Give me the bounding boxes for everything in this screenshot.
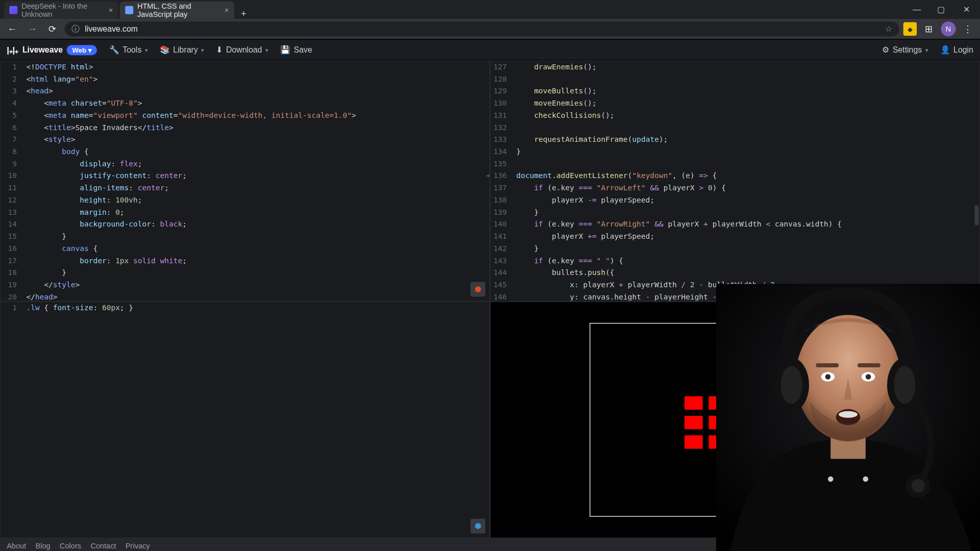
code-line[interactable]: 8 body { — [1, 146, 489, 158]
tools-button[interactable]: 🔧 Tools ▾ — [109, 45, 148, 54]
tab-title: HTML, CSS and JavaScript play — [137, 2, 216, 18]
profile-avatar[interactable]: N — [941, 21, 956, 36]
site-info-icon[interactable]: ⓘ — [71, 23, 80, 34]
code-line[interactable]: 130 moveEnemies(); — [491, 97, 979, 110]
css-editor-pane[interactable]: 1.lw { font-size: 60px; }⬢ — [0, 302, 490, 538]
code-line[interactable]: 15 } — [1, 231, 489, 243]
code-line[interactable]: 11 align-items: center; — [1, 182, 489, 194]
reload-button[interactable]: ⟳ — [44, 23, 61, 34]
code-line[interactable]: 1<!DOCTYPE html> — [1, 61, 489, 73]
footer-link-about[interactable]: About — [7, 542, 26, 550]
line-number: 138 — [491, 194, 512, 207]
line-number: 129 — [491, 85, 512, 97]
tab-liveweave[interactable]: HTML, CSS and JavaScript play × — [120, 2, 234, 19]
code-line[interactable]: 4 <meta charset="UTF-8"> — [1, 97, 489, 110]
close-icon[interactable]: × — [109, 6, 113, 14]
line-number: 143 — [491, 255, 512, 267]
chevron-down-icon: ▾ — [88, 46, 92, 54]
code-line[interactable]: 136document.addEventListener("keydown", … — [491, 170, 979, 183]
line-number: 144 — [491, 267, 512, 280]
close-window-button[interactable]: ✕ — [953, 0, 980, 19]
extension-icon[interactable]: ◆ — [903, 22, 917, 36]
code-text: align-items: center; — [22, 182, 489, 194]
code-line[interactable]: 7 <style> — [1, 134, 489, 146]
favicon-deepseek — [9, 6, 17, 14]
code-text: playerX -= playerSpeed; — [512, 194, 979, 207]
code-text: canvas { — [22, 243, 489, 255]
line-number: 11 — [1, 182, 22, 194]
html-editor-pane[interactable]: 1<!DOCTYPE html>2<html lang="en">3<head>… — [0, 61, 490, 302]
line-number: 20 — [1, 291, 22, 302]
code-line[interactable]: 9 display: flex; — [1, 158, 489, 170]
back-button[interactable]: ← — [4, 23, 20, 34]
settings-button[interactable]: ⚙ Settings ▾ — [882, 45, 928, 54]
line-number: 16 — [1, 243, 22, 255]
line-number: 5 — [1, 110, 22, 122]
address-bar[interactable]: ⓘ liveweave.com ☆ — [65, 21, 899, 36]
line-number: 131 — [491, 110, 512, 122]
fold-indicator[interactable]: ◂ — [486, 171, 489, 179]
line-number: 19 — [1, 279, 22, 291]
enemy-block — [684, 396, 703, 410]
code-line[interactable]: 133 requestAnimationFrame(update); — [491, 134, 979, 146]
code-line[interactable]: 129 moveBullets(); — [491, 85, 979, 97]
code-line[interactable]: 12 height: 100vh; — [1, 194, 489, 207]
maximize-button[interactable]: ▢ — [929, 0, 953, 19]
js-editor-pane[interactable]: 127 drawEnemies();128 129 moveBullets();… — [490, 61, 980, 302]
code-line[interactable]: 5 <meta name="viewport" content="width=d… — [1, 110, 489, 122]
code-line[interactable]: 132 — [491, 122, 979, 134]
code-line[interactable]: 128 — [491, 73, 979, 86]
code-line[interactable]: 2<html lang="en"> — [1, 73, 489, 86]
code-line[interactable]: 6 <title>Space Invaders</title> — [1, 122, 489, 134]
tab-deepseek[interactable]: DeepSeek - Into the Unknown × — [4, 2, 118, 19]
code-text: <meta charset="UTF-8"> — [22, 97, 489, 110]
code-line[interactable]: 18 } — [1, 267, 489, 280]
code-line[interactable]: 131 checkCollisions(); — [491, 110, 979, 122]
line-number: 136 — [491, 170, 512, 183]
scrollbar[interactable] — [974, 61, 979, 300]
footer-link-contact[interactable]: Contact — [90, 542, 116, 550]
code-line[interactable]: 14 background-color: black; — [1, 219, 489, 231]
code-line[interactable]: 3<head> — [1, 85, 489, 97]
code-line[interactable]: 142 } — [491, 243, 979, 255]
code-line[interactable]: 10 justify-content: center; — [1, 170, 489, 183]
code-line[interactable]: 134} — [491, 146, 979, 158]
close-icon[interactable]: × — [225, 6, 229, 14]
code-line[interactable]: 13 margin: 0; — [1, 207, 489, 219]
app-logo[interactable]: |₊|₊ Liveweave Web ▾ — [7, 45, 97, 55]
code-line[interactable]: 20</head> — [1, 291, 489, 302]
code-line[interactable]: 135 — [491, 158, 979, 170]
footer-link-blog[interactable]: Blog — [36, 542, 51, 550]
code-line[interactable]: 137 if (e.key === "ArrowLeft" && playerX… — [491, 182, 979, 194]
save-button[interactable]: 💾 Save — [280, 45, 312, 54]
code-line[interactable]: 144 bullets.push({ — [491, 267, 979, 280]
code-line[interactable]: 127 drawEnemies(); — [491, 61, 979, 73]
login-button[interactable]: 👤 Login — [940, 45, 973, 54]
code-line[interactable]: 1.lw { font-size: 60px; } — [1, 302, 489, 314]
footer-link-colors[interactable]: Colors — [60, 542, 81, 550]
code-line[interactable]: 140 if (e.key === "ArrowRight" && player… — [491, 219, 979, 231]
code-line[interactable]: 139 } — [491, 207, 979, 219]
download-button[interactable]: ⬇ Download ▾ — [216, 45, 268, 54]
line-number: 134 — [491, 146, 512, 158]
menu-button[interactable]: ⋮ — [960, 23, 976, 34]
code-line[interactable]: 16 canvas { — [1, 243, 489, 255]
extensions-button[interactable]: ⊞ — [921, 23, 937, 34]
code-text: moveEnemies(); — [512, 97, 979, 110]
library-button[interactable]: 📚 Library ▾ — [160, 45, 204, 54]
minimize-button[interactable]: — — [904, 0, 928, 19]
code-line[interactable]: 17 border: 1px solid white; — [1, 255, 489, 267]
code-line[interactable]: 19 </style> — [1, 279, 489, 291]
footer-link-privacy[interactable]: Privacy — [126, 542, 150, 550]
bookmark-icon[interactable]: ☆ — [885, 24, 893, 33]
new-tab-button[interactable]: + — [236, 8, 252, 19]
webcam-overlay — [716, 284, 980, 551]
mode-pill[interactable]: Web ▾ — [67, 45, 97, 55]
user-icon: 👤 — [940, 45, 950, 54]
code-line[interactable]: 138 playerX -= playerSpeed; — [491, 194, 979, 207]
code-text: if (e.key === "ArrowLeft" && playerX > 0… — [512, 182, 979, 194]
line-number: 130 — [491, 97, 512, 110]
forward-button[interactable]: → — [24, 23, 40, 34]
code-line[interactable]: 141 playerX += playerSpeed; — [491, 231, 979, 243]
code-line[interactable]: 143 if (e.key === " ") { — [491, 255, 979, 267]
